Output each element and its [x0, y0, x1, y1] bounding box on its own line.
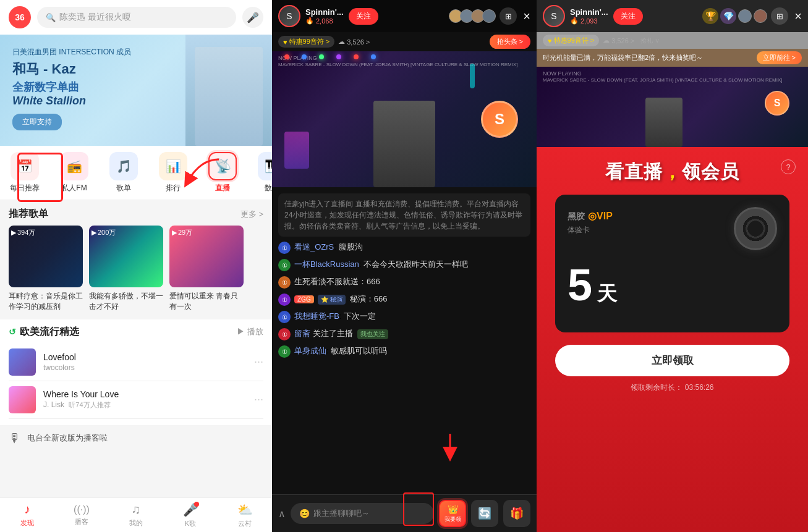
- p3-now-playing: NOW PLAYING MAVERICK SABRE - SLOW DOWN (…: [543, 70, 782, 83]
- chat-message-1: ① 看迷_OZrS: 腹股沟: [278, 242, 530, 254]
- p3-follow-button[interactable]: 关注: [613, 8, 643, 25]
- nav-digital[interactable]: 🎹 数字: [247, 152, 272, 193]
- nav-podcast[interactable]: ((·)) 播客: [54, 498, 109, 532]
- neon-decor-2: [470, 64, 475, 88]
- songs-title-text: 欧美流行精选: [20, 326, 79, 339]
- light-red: [284, 54, 289, 59]
- help-icon[interactable]: ?: [781, 159, 796, 174]
- mymusic-label: 我的: [129, 518, 143, 528]
- card-brand: 黑胶 ◎VIP: [568, 209, 613, 222]
- playlist-desc-2: 我能有多骄傲，不堪一击才不好: [89, 291, 163, 312]
- p3-streamer-info: Spinnin'... 🔥 2,093: [570, 7, 608, 25]
- neon-decor-1: [284, 132, 309, 169]
- cloud-icon: ☁: [338, 38, 345, 46]
- p2-follow-button[interactable]: 关注: [349, 8, 378, 25]
- gift-icon: 🎁: [510, 507, 524, 520]
- gift-button[interactable]: 🎁: [503, 500, 530, 527]
- chat-input[interactable]: 😊 跟主播聊聊吧～: [291, 503, 434, 524]
- nav-discover[interactable]: ♪ 发现: [0, 498, 54, 532]
- mymusic-icon: ♫: [132, 502, 141, 517]
- playlist-desc-3: 爱情可以重来 青春只有一次: [169, 291, 244, 312]
- song-artist-1: twocolors: [43, 363, 254, 372]
- screen-icon[interactable]: ⊞: [500, 7, 517, 25]
- chat-avatar-7: ①: [278, 345, 291, 358]
- emoji-icon: 😊: [299, 509, 310, 518]
- live-highlight-box: [17, 153, 63, 202]
- song-more-1[interactable]: ···: [254, 355, 263, 368]
- list-item[interactable]: ▶394万 耳畔疗愈：音乐是你工作学习的减压剂: [9, 226, 83, 312]
- song-name-1: Lovefool: [43, 352, 254, 362]
- play-all-button[interactable]: ▶ 播放: [237, 326, 263, 337]
- p3-gift-icon-1: 🏆: [702, 8, 718, 24]
- chat-name-6: 留斋: [294, 329, 310, 338]
- podcast-text: 电台全新改版为播客啦: [27, 433, 108, 444]
- p3-viewer-avatar-1: [738, 9, 752, 23]
- claim-button[interactable]: 立即领取: [555, 345, 789, 376]
- p3-gift-tag[interactable]: ♥ 特惠99音符 >: [543, 35, 599, 46]
- playlist-thumb-3: ▶29万: [169, 226, 244, 287]
- vip-card-icon: 👑: [448, 504, 458, 514]
- light-purple: [336, 54, 341, 59]
- song-more-2[interactable]: ···: [254, 393, 263, 406]
- table-row[interactable]: Lovefool twocolors ···: [9, 344, 263, 381]
- songs-section-header: ↺ 欧美流行精选 ▶ 播放: [9, 326, 263, 339]
- p2-video-area: NOW PLAYING MAVERICK SABRE - SLOW DOWN (…: [272, 51, 537, 187]
- nav-mymusic[interactable]: ♫ 我的: [109, 498, 163, 532]
- mic-button[interactable]: 🎤: [242, 7, 263, 28]
- stage-lights: [272, 51, 537, 70]
- village-icon: ⛅: [237, 502, 253, 517]
- p3-gift-bar: ♥ 特惠99音符 > ☁ 3,526 > 抢礼 ∨: [537, 32, 808, 49]
- nav-rank[interactable]: 📊 排行: [148, 152, 198, 193]
- play-count-1: ▶394万: [11, 228, 35, 237]
- p3-screen-icon[interactable]: ⊞: [771, 7, 788, 25]
- share-button[interactable]: 🔄: [471, 500, 498, 527]
- discover-icon: ♪: [24, 502, 30, 517]
- nav-digital-label: 数字: [265, 183, 272, 193]
- search-bar[interactable]: 🔍 陈奕迅 最近很火嗄: [37, 7, 236, 28]
- chat-text-4: 秘演：666: [350, 294, 388, 303]
- playlists-more-button[interactable]: 更多 >: [240, 209, 263, 220]
- list-item[interactable]: ▶200万 我能有多骄傲，不堪一击才不好: [89, 226, 163, 312]
- p3-heart-icon: ♥: [548, 37, 552, 44]
- list-item[interactable]: ▶29万 爱情可以重来 青春只有一次: [169, 226, 244, 312]
- vip-action-button[interactable]: 👑 我要领: [439, 500, 466, 527]
- search-placeholder: 陈奕迅 最近很火嗄: [59, 12, 131, 23]
- vip-inner-card: 黑胶 ◎VIP 体验卡 5 天: [555, 195, 789, 332]
- chat-separator-2: :: [359, 260, 364, 269]
- chat-message-7: ① 单身成仙: 敏感肌可以听吗: [278, 345, 530, 358]
- expand-button[interactable]: ∧: [278, 508, 286, 520]
- nav-playlist[interactable]: 🎵 歌单: [99, 152, 148, 193]
- banner-support-button[interactable]: 立即支持: [12, 114, 62, 130]
- podcast-nav-label: 播客: [75, 517, 88, 526]
- nav-live[interactable]: 📡 直播: [198, 152, 247, 193]
- podcast-banner[interactable]: 🎙 电台全新改版为播客啦: [0, 425, 272, 452]
- podcast-nav-icon: ((·)): [74, 504, 90, 515]
- p2-grab-button[interactable]: 抢头条 >: [490, 35, 530, 49]
- p2-close-button[interactable]: ×: [523, 9, 530, 23]
- table-row[interactable]: Where Is Your Love J. Lisk 听74万人推荐 ···: [9, 381, 263, 419]
- song-info-2: Where Is Your Love J. Lisk 听74万人推荐: [43, 389, 254, 410]
- chat-area: 佳豪yjh进入了直播间 直播和充值消费、提倡理性消费。平台对直播内容24小时巡查…: [272, 187, 537, 494]
- chat-badge-follow[interactable]: 我也关注: [357, 329, 388, 339]
- p2-gift-tag[interactable]: ♥ 特惠99音符 >: [278, 36, 334, 48]
- p3-close-button[interactable]: ×: [794, 9, 802, 23]
- p2-streamer-name: Spinnin'...: [305, 7, 344, 17]
- song-artist-2: J. Lisk 听74万人推荐: [43, 400, 254, 410]
- light-blue: [302, 54, 307, 59]
- menu-button[interactable]: 36: [9, 6, 31, 28]
- nav-live-label: 直播: [215, 183, 230, 193]
- menu-badge: 36: [15, 12, 25, 22]
- viewer-avatars: [449, 9, 496, 23]
- nav-karaoke[interactable]: 🎤 K歌: [163, 498, 218, 532]
- p1-header: 36 🔍 陈奕迅 最近很火嗄 🎤: [0, 0, 272, 35]
- nav-fm-icon: 📻: [60, 152, 88, 180]
- chat-separator-1: :: [334, 242, 338, 251]
- nav-village[interactable]: ⛅ 云村: [218, 498, 272, 532]
- p2-header: S Spinnin'... 🔥 2,068 关注 ⊞ ×: [272, 0, 537, 32]
- play-all-label: ▶ 播放: [237, 326, 263, 337]
- playlists-container: ▶394万 耳畔疗愈：音乐是你工作学习的减压剂 ▶200万 我能有多骄傲，不堪一…: [0, 226, 272, 319]
- p3-header-icons: 🏆 💎 ⊞ ×: [702, 7, 802, 25]
- p3-promo-button[interactable]: 立即前往 >: [757, 51, 802, 64]
- chat-name-5: 我想睡觉-FB: [294, 311, 339, 321]
- song-name-2: Where Is Your Love: [43, 389, 254, 399]
